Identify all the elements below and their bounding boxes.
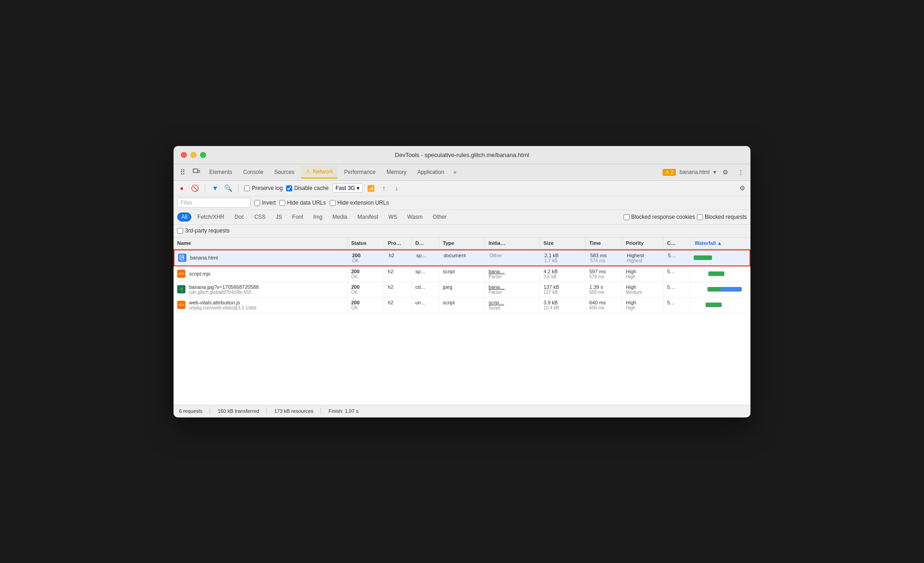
network-settings-icon[interactable]: ⚙ — [738, 184, 747, 193]
wifi-icon[interactable]: 📶 — [366, 184, 375, 193]
disable-cache-input[interactable] — [286, 185, 292, 191]
network-toolbar: ● 🚫 ▼ 🔍 Preserve log Disable cache Fast … — [174, 181, 750, 196]
status-separator-3 — [321, 407, 321, 415]
filter-js[interactable]: JS — [272, 212, 286, 222]
tab-elements[interactable]: Elements — [205, 166, 237, 178]
resources-size: 173 kB resources — [274, 408, 314, 414]
table-row[interactable]: </> web-vitals.attribution.js unpkg.com/… — [174, 298, 750, 313]
th-name[interactable]: Name — [174, 238, 348, 249]
hide-extension-urls-checkbox[interactable]: Hide extension URLs — [330, 200, 389, 206]
disable-cache-checkbox[interactable]: Disable cache — [286, 185, 328, 191]
filter-font[interactable]: Font — [288, 212, 307, 222]
third-party-checkbox[interactable]: 3rd-party requests — [177, 227, 229, 234]
waterfall-bar-green — [707, 287, 721, 292]
filter-fetch[interactable]: Fetch/XHR — [193, 212, 228, 222]
td-time: 1.39 s 605 ms — [586, 282, 622, 297]
filter-media[interactable]: Media — [328, 212, 352, 222]
tab-console[interactable]: Console — [239, 166, 268, 178]
preserve-log-input[interactable] — [244, 185, 250, 191]
td-name: </> web-vitals.attribution.js unpkg.com/… — [174, 298, 348, 313]
th-status[interactable]: Status — [348, 238, 384, 249]
th-waterfall[interactable]: Waterfall ▲ — [691, 238, 750, 249]
filter-css[interactable]: CSS — [250, 212, 270, 222]
td-initiator: Other — [486, 250, 541, 265]
tab-memory[interactable]: Memory — [382, 166, 411, 178]
th-priority[interactable]: Priority — [622, 238, 663, 249]
filter-img[interactable]: Img — [309, 212, 326, 222]
throttle-selector[interactable]: Fast 3G ▾ — [332, 184, 363, 193]
context-selector[interactable]: banana.html — [679, 169, 710, 175]
tab-performance[interactable]: Performance — [339, 166, 380, 178]
td-initiator: bana… Parser — [485, 266, 540, 282]
devtools-window: DevTools - speculative-rules.glitch.me/b… — [174, 146, 750, 417]
filter-wasm[interactable]: Wasm — [403, 212, 427, 222]
preserve-log-checkbox[interactable]: Preserve log — [244, 185, 283, 191]
filter-input[interactable] — [177, 198, 250, 208]
upload-icon[interactable]: ↑ — [379, 184, 388, 193]
tab-pointer[interactable]: ⠿ — [177, 167, 188, 178]
blocked-requests-checkbox[interactable]: Blocked requests — [697, 214, 747, 220]
th-size[interactable]: Size — [540, 238, 586, 249]
finish-time: Finish: 1.97 s — [328, 408, 358, 414]
empty-space — [174, 313, 750, 405]
table-row[interactable]: banana.html 200 OK h2 sp… document Other… — [174, 249, 750, 266]
minimize-button[interactable] — [190, 152, 196, 158]
record-button[interactable]: ● — [177, 184, 186, 193]
more-tabs-button[interactable]: » — [451, 167, 459, 177]
maximize-button[interactable] — [200, 152, 206, 158]
warning-icon: ⚠ — [665, 169, 669, 175]
filename: web-vitals.attribution.js — [189, 300, 240, 305]
filter-all[interactable]: All — [177, 212, 191, 222]
filter-ws[interactable]: WS — [384, 212, 401, 222]
th-protocol[interactable]: Pro… — [384, 238, 412, 249]
clear-button[interactable]: 🚫 — [190, 184, 199, 193]
filter-other[interactable]: Other — [429, 212, 451, 222]
td-priority: High High — [622, 298, 663, 313]
tab-sources[interactable]: Sources — [270, 166, 299, 178]
td-size: 3.9 kB 10.4 kB — [540, 298, 586, 313]
download-icon[interactable]: ↓ — [392, 184, 401, 193]
tab-network[interactable]: ⚠ Network — [301, 166, 337, 179]
td-name: 🌴 banana.jpg?v=1705668720588 cdn.glitch.… — [174, 282, 348, 297]
settings-icon[interactable]: ⚙ — [720, 167, 731, 178]
search-icon[interactable]: 🔍 — [223, 184, 233, 193]
th-time[interactable]: Time — [586, 238, 622, 249]
td-waterfall — [691, 298, 750, 313]
td-type: script — [439, 298, 485, 313]
th-domain[interactable]: D… — [412, 238, 439, 249]
filename: script.mjs — [189, 271, 210, 276]
td-domain: cd… — [412, 282, 439, 297]
tab-device-toggle[interactable] — [190, 167, 203, 178]
td-status: 200 OK — [348, 266, 384, 282]
waterfall-bar — [708, 271, 724, 276]
network-warning-icon: ⚠ — [305, 168, 310, 175]
th-connection[interactable]: C… — [663, 238, 691, 249]
invert-checkbox[interactable]: Invert — [254, 200, 276, 206]
status-separator-1 — [210, 407, 210, 415]
waterfall-bar — [694, 255, 712, 260]
td-type: jpeg — [439, 282, 485, 297]
close-button[interactable] — [181, 152, 187, 158]
td-domain: sp… — [412, 266, 439, 282]
filter-manifest[interactable]: Manifest — [353, 212, 382, 222]
blocked-cookies-checkbox[interactable]: Blocked response cookies — [624, 214, 695, 220]
waterfall-bar-blue — [721, 287, 742, 292]
td-domain: un… — [412, 298, 439, 313]
filter-icon[interactable]: ▼ — [211, 184, 220, 193]
tab-application[interactable]: Application — [413, 166, 449, 178]
td-time: 640 ms 606 ms — [586, 298, 622, 313]
table-row[interactable]: 🌴 banana.jpg?v=1705668720588 cdn.glitch.… — [174, 282, 750, 298]
table-row[interactable]: </> script.mjs 200 OK h2 sp… script bana… — [174, 266, 750, 282]
td-connection: 5… — [663, 282, 691, 297]
th-initiator[interactable]: Initia… — [485, 238, 540, 249]
filter-doc[interactable]: Doc — [230, 212, 248, 222]
more-options-icon[interactable]: ⋮ — [735, 167, 747, 178]
hide-data-urls-checkbox[interactable]: Hide data URLs — [279, 200, 326, 206]
td-priority: High Medium — [622, 282, 663, 297]
td-size: 4.2 kB 3.6 kB — [540, 266, 586, 282]
td-waterfall — [691, 266, 750, 282]
th-type[interactable]: Type — [439, 238, 485, 249]
context-dropdown-icon[interactable]: ▾ — [713, 169, 716, 175]
td-waterfall — [691, 282, 750, 297]
td-initiator: bana… Parser — [485, 282, 540, 297]
